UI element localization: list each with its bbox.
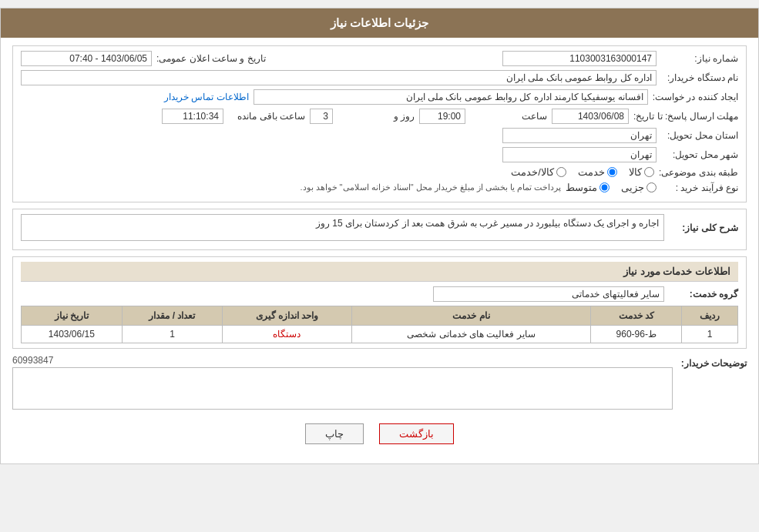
purchase-type-note: پرداخت تمام یا بخشی از مبلغ خریدار محل "…: [300, 182, 561, 192]
category-radio-kala[interactable]: [644, 167, 654, 177]
deadline-remaining-label: ساعت باقی مانده: [228, 111, 305, 122]
category-option-kala: کالا: [629, 166, 654, 178]
button-row: بازگشت چاپ: [12, 423, 747, 444]
col-header-count: تعداد / مقدار: [122, 306, 223, 326]
row-service-group: گروه خدمت:: [21, 286, 738, 302]
row-need-number: شماره نیاز: تاریخ و ساعت اعلان عمومی:: [21, 51, 738, 66]
col-header-name: نام خدمت: [351, 306, 591, 326]
row-creator: ایجاد کننده در خواست: اطلاعات تماس خریدا…: [21, 89, 738, 105]
main-info-section: شماره نیاز: تاریخ و ساعت اعلان عمومی: نا…: [12, 45, 747, 202]
announce-date-input[interactable]: [21, 51, 152, 66]
service-group-label: گروه خدمت:: [669, 289, 738, 299]
row-buyer-notes: توضیحات خریدار: 60993847: [12, 355, 747, 412]
buyer-notes-label: توضیحات خریدار:: [677, 358, 747, 369]
deadline-days-label: روز و: [338, 111, 415, 122]
cell-name: سایر فعالیت های خدماتی شخصی: [351, 326, 591, 343]
main-content: شماره نیاز: تاریخ و ساعت اعلان عمومی: نا…: [1, 38, 758, 463]
deadline-date-input[interactable]: [552, 109, 629, 124]
category-radio-khedmat[interactable]: [607, 167, 617, 177]
table-row: 1 ط-96-960 سایر فعالیت های خدماتی شخصی د…: [22, 326, 738, 343]
page-header: جزئیات اطلاعات نیاز: [1, 8, 758, 38]
buyer-org-input[interactable]: [21, 70, 657, 85]
buyer-notes-container: 60993847: [12, 355, 673, 412]
need-description-section: شرح کلی نیاز: اجاره و اجرای یک دستگاه بی…: [12, 209, 747, 250]
category-kala-khedmat-label: کالا/خدمت: [511, 166, 554, 178]
city-label: شهر محل تحویل:: [661, 149, 738, 160]
deadline-time-input[interactable]: [419, 109, 465, 124]
col-header-unit: واحد اندازه گیری: [223, 306, 351, 326]
purchase-type-label: نوع فرآیند خرید :: [661, 182, 738, 193]
cell-date: 1403/06/15: [22, 326, 123, 343]
deadline-days-input[interactable]: [310, 109, 333, 124]
page-title: جزئیات اطلاعات نیاز: [331, 16, 428, 29]
need-number-input[interactable]: [502, 51, 657, 66]
category-khedmat-label: خدمت: [578, 166, 605, 178]
services-section: اطلاعات خدمات مورد نیاز گروه خدمت: ردیف …: [12, 256, 747, 349]
purchase-type-radio-jozii[interactable]: [646, 182, 657, 192]
row-category: طبقه بندی موضوعی: کالا خدمت کالا/خدمت: [21, 166, 738, 178]
purchase-type-motavasset: متوسط: [566, 182, 610, 193]
purchase-type-jozii-label: جزیی: [621, 182, 644, 193]
row-purchase-type: نوع فرآیند خرید : جزیی متوسط پرداخت تمام…: [21, 182, 738, 193]
services-title: اطلاعات خدمات مورد نیاز: [21, 262, 738, 282]
row-province: استان محل تحویل:: [21, 128, 738, 143]
col-header-row: ردیف: [682, 306, 738, 326]
service-group-input[interactable]: [433, 286, 664, 302]
deadline-label: مهلت ارسال پاسخ: تا تاریخ:: [633, 111, 738, 122]
need-description-value: اجاره و اجرای یک دستگاه بیلبورد در مسیر …: [21, 214, 664, 241]
buyer-org-label: نام دستگاه خریدار:: [661, 72, 738, 83]
category-option-kala-khedmat: کالا/خدمت: [511, 166, 566, 178]
purchase-type-radio-motavasset[interactable]: [599, 182, 610, 192]
category-option-khedmat: خدمت: [578, 166, 617, 178]
need-description-label: شرح کلی نیاز:: [669, 223, 738, 233]
province-input[interactable]: [502, 128, 657, 143]
purchase-type-jozii: جزیی: [621, 182, 657, 193]
purchase-type-motavasset-label: متوسط: [566, 182, 597, 193]
creator-contact-link[interactable]: اطلاعات تماس خریدار: [164, 92, 249, 102]
deadline-time-label: ساعت: [470, 111, 547, 122]
purchase-type-radio-group: جزیی متوسط: [566, 182, 657, 193]
buyer-notes-number: 60993847: [12, 355, 673, 366]
cell-code: ط-96-960: [591, 326, 682, 343]
announce-date-label: تاریخ و ساعت اعلان عمومی:: [156, 53, 266, 64]
col-header-code: کد خدمت: [591, 306, 682, 326]
province-label: استان محل تحویل:: [661, 130, 738, 141]
page-wrapper: جزئیات اطلاعات نیاز شماره نیاز: تاریخ و …: [0, 8, 759, 464]
cell-unit: دستگاه: [223, 326, 351, 343]
cell-count: 1: [122, 326, 223, 343]
row-buyer-org: نام دستگاه خریدار:: [21, 70, 738, 85]
category-radio-kala-khedmat[interactable]: [556, 167, 566, 177]
buyer-notes-textarea[interactable]: [12, 367, 673, 410]
creator-label: ایجاد کننده در خواست:: [653, 92, 738, 102]
row-deadline: مهلت ارسال پاسخ: تا تاریخ: ساعت روز و سا…: [21, 109, 738, 124]
service-table: ردیف کد خدمت نام خدمت واحد اندازه گیری ت…: [21, 306, 738, 343]
need-number-label: شماره نیاز:: [661, 53, 738, 64]
creator-input[interactable]: [254, 89, 648, 105]
row-need-description: شرح کلی نیاز: اجاره و اجرای یک دستگاه بی…: [21, 214, 738, 241]
category-label: طبقه بندی موضوعی:: [659, 167, 738, 178]
print-button[interactable]: چاپ: [305, 423, 364, 444]
category-radio-group: کالا خدمت کالا/خدمت: [511, 166, 654, 178]
deadline-remaining-input[interactable]: [162, 109, 223, 124]
category-kala-label: کالا: [629, 166, 642, 178]
col-header-date: تاریخ نیاز: [22, 306, 123, 326]
row-city: شهر محل تحویل:: [21, 147, 738, 162]
cell-row: 1: [682, 326, 738, 343]
back-button[interactable]: بازگشت: [379, 423, 454, 444]
city-input[interactable]: [502, 147, 657, 162]
